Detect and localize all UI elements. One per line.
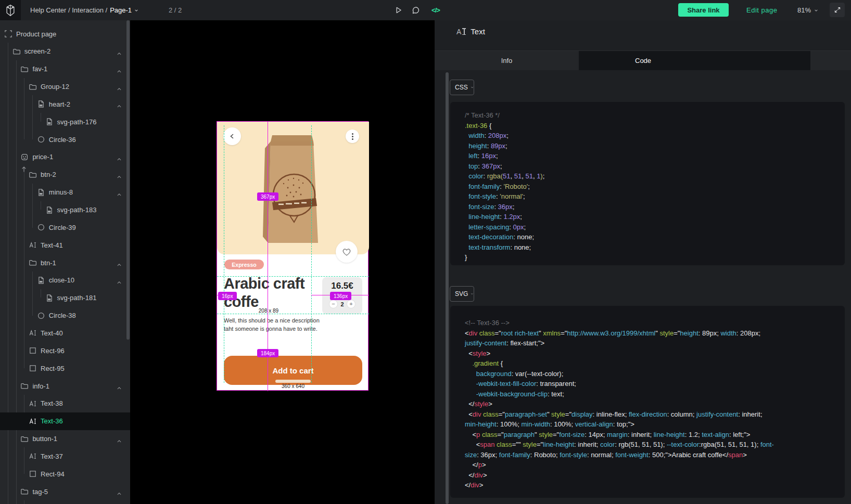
layer-row-text-37[interactable]: Text-37	[0, 447, 130, 465]
app-logo[interactable]	[0, 0, 21, 20]
layer-label: Rect-96	[41, 347, 65, 355]
svgfile-icon	[45, 294, 54, 302]
chevron-up-icon[interactable]	[117, 67, 122, 72]
coffee-bag-illustration	[261, 134, 323, 245]
design-canvas[interactable]: Expresso Arabic craft coffe 208 x 89 16.…	[130, 20, 435, 504]
text-icon	[29, 241, 37, 249]
svg-select-value: SVG	[455, 290, 468, 298]
category-tag[interactable]: Expresso	[224, 260, 264, 269]
code-line: .text-36 {	[465, 121, 834, 131]
layer-label: button-1	[32, 435, 57, 443]
code-line: top: 367px;	[465, 161, 834, 172]
layer-row-product page[interactable]: Product page	[0, 25, 130, 43]
layer-row-heart-2[interactable]: heart-2	[0, 95, 130, 113]
share-link-button[interactable]: Share link	[678, 3, 729, 17]
chevron-up-icon[interactable]	[117, 278, 122, 283]
breadcrumb-page: Page-1	[110, 6, 132, 14]
artboard-product-page[interactable]: Expresso Arabic craft coffe 208 x 89 16.…	[217, 121, 369, 391]
chevron-up-icon[interactable]	[117, 154, 122, 160]
edit-page-link[interactable]: Edit page	[746, 0, 777, 20]
chevron-up-icon[interactable]	[117, 489, 122, 494]
layer-label: Text-40	[41, 329, 63, 337]
tab-code[interactable]: Code	[579, 51, 810, 70]
layer-label: screen-2	[24, 47, 51, 55]
layer-row-circle-39[interactable]: Circle-39	[0, 218, 130, 236]
add-to-cart-label: Add to cart	[272, 366, 313, 375]
layer-row-price-1[interactable]: price-1	[0, 148, 130, 166]
layer-row-group-12[interactable]: Group-12	[0, 78, 130, 96]
layer-row-info-1[interactable]: info-1	[0, 377, 130, 395]
layer-row-screen-2[interactable]: screen-2	[0, 43, 130, 60]
layer-row-btn-1[interactable]: btn-1	[0, 254, 130, 272]
chevron-up-icon[interactable]	[117, 190, 122, 195]
layer-label: tag-5	[32, 488, 48, 496]
chevron-up-icon[interactable]	[117, 172, 122, 177]
code-line: color: rgba(51, 51, 51, 1);	[465, 171, 834, 182]
svg-language-select[interactable]: SVG	[450, 286, 474, 302]
layer-row-text-41[interactable]: Text-41	[0, 236, 130, 254]
layer-row-text-36[interactable]: Text-36	[0, 412, 130, 430]
home-indicator	[275, 380, 311, 383]
panel-scrollbar[interactable]	[446, 72, 449, 504]
layer-row-circle-38[interactable]: Circle-38	[0, 307, 130, 325]
chevron-up-icon[interactable]	[117, 383, 122, 389]
layer-row-rect-96[interactable]: Rect-96	[0, 342, 130, 359]
quantity-decrease-button[interactable]: −	[329, 300, 338, 308]
fullscreen-button[interactable]	[830, 3, 845, 17]
product-title[interactable]: Arabic craft coffe	[224, 275, 314, 311]
edit-page-label: Edit page	[746, 6, 777, 14]
layer-label: close-10	[49, 276, 74, 284]
folder-icon	[20, 487, 29, 496]
play-button[interactable]	[390, 0, 406, 20]
chevron-up-icon[interactable]	[117, 436, 122, 442]
layer-row-svg-path-176[interactable]: svg-path-176	[0, 113, 130, 131]
layer-row-close-10[interactable]: close-10	[0, 272, 130, 289]
quantity-increase-button[interactable]: +	[347, 300, 355, 308]
layer-label: svg-path-183	[57, 206, 97, 214]
chevron-up-icon[interactable]	[117, 84, 122, 89]
layer-row-svg-path-181[interactable]: svg-path-181	[0, 289, 130, 307]
chevron-up-icon[interactable]	[117, 101, 122, 107]
measure-badge-bottom: 184px	[257, 349, 278, 357]
code-panel-button[interactable]: </>	[428, 0, 443, 20]
zoom-control[interactable]: 81%	[797, 0, 818, 20]
chevron-up-icon[interactable]	[117, 49, 122, 54]
layer-label: Rect-94	[41, 470, 65, 478]
layer-row-tag-5[interactable]: tag-5	[0, 483, 130, 500]
svgfile-icon	[37, 188, 45, 197]
measure-badge-right: 136px	[330, 292, 351, 300]
layer-row-button-1[interactable]: button-1	[0, 430, 130, 448]
favorite-button[interactable]	[336, 241, 358, 263]
layer-row-text-40[interactable]: Text-40	[0, 324, 130, 342]
layer-label: btn-1	[41, 259, 56, 267]
layer-label: Text-36	[41, 417, 63, 425]
layer-row-rect-95[interactable]: Rect-95	[0, 359, 130, 377]
tab-info[interactable]: Info	[435, 51, 579, 70]
code-line: /* Text-36 */	[465, 110, 834, 121]
chevron-up-icon[interactable]	[117, 260, 122, 265]
layer-row-btn-2[interactable]: btn-2	[0, 166, 130, 184]
more-options-button[interactable]	[346, 130, 359, 143]
folder-icon	[29, 171, 37, 179]
panel-header: A Text	[456, 27, 485, 36]
code-line: <p class="paragraph" style="font-size: 1…	[465, 430, 834, 440]
comment-button[interactable]	[408, 0, 424, 20]
layer-label: svg-path-176	[57, 118, 97, 126]
css-language-select[interactable]: CSS	[450, 80, 474, 95]
code-line: min-height: 100%; min-width: 100%; verti…	[465, 419, 834, 430]
page-indicator: 2 / 2	[169, 0, 182, 20]
code-line: <span class="" style="line-height: inher…	[465, 440, 834, 450]
layer-row-rect-94[interactable]: Rect-94	[0, 465, 130, 483]
layer-row-circle-36[interactable]: Circle-36	[0, 131, 130, 148]
code-line: <!-- Text-36 -->	[465, 318, 834, 328]
layer-label: heart-2	[49, 100, 70, 108]
sidebar-scrollbar[interactable]	[126, 20, 130, 340]
back-button[interactable]	[223, 127, 241, 145]
layer-row-minus-8[interactable]: minus-8	[0, 184, 130, 201]
breadcrumb[interactable]: Help Center / Interaction / Page-1	[30, 0, 138, 20]
layer-row-svg-path-183[interactable]: svg-path-183	[0, 201, 130, 219]
circle-icon	[37, 312, 45, 320]
layer-row-fav-1[interactable]: fav-1	[0, 60, 130, 78]
layer-label: Group-12	[41, 83, 69, 91]
layer-row-text-38[interactable]: Text-38	[0, 395, 130, 412]
